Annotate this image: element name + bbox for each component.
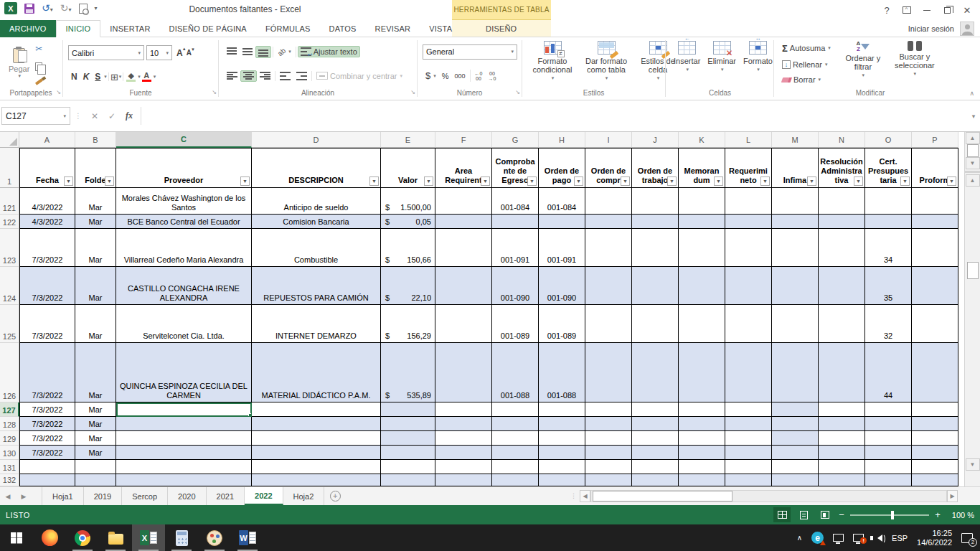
cell-A125[interactable]: 7/3/2022: [19, 305, 75, 343]
row-header-129[interactable]: 129: [0, 431, 19, 446]
borders-icon[interactable]: ⊞: [110, 72, 118, 82]
cell-G132[interactable]: [492, 474, 539, 486]
cell-D131[interactable]: [252, 460, 381, 474]
cell-A123[interactable]: 7/3/2022: [19, 229, 75, 267]
cell-O122[interactable]: [865, 215, 912, 229]
column-header-E[interactable]: E: [381, 132, 435, 148]
column-header-A[interactable]: A: [19, 132, 75, 148]
cell-L132[interactable]: [725, 474, 772, 486]
align-middle-button[interactable]: [240, 46, 255, 58]
cell-N124[interactable]: [819, 267, 865, 305]
header-cell-B[interactable]: Folde▼: [75, 148, 116, 188]
cell-I126[interactable]: [585, 343, 632, 402]
cell-M121[interactable]: [772, 188, 819, 215]
header-cell-M[interactable]: Infima▼: [772, 148, 819, 188]
cell-J124[interactable]: [632, 267, 679, 305]
cell-N125[interactable]: [819, 305, 865, 343]
cell-G122[interactable]: [492, 215, 539, 229]
cell-D128[interactable]: [252, 417, 381, 431]
header-cell-I[interactable]: Orden de compr▼: [585, 148, 632, 188]
restore-button[interactable]: [937, 1, 957, 19]
cell-F132[interactable]: [435, 474, 492, 486]
cell-G125[interactable]: 001-089: [492, 305, 539, 343]
cell-D123[interactable]: Combustible: [252, 229, 381, 267]
header-cell-O[interactable]: Cert. Presupues taria▼: [865, 148, 912, 188]
cell-L129[interactable]: [725, 431, 772, 446]
cell-L130[interactable]: [725, 446, 772, 460]
cell-I131[interactable]: [585, 460, 632, 474]
cell-A124[interactable]: 7/3/2022: [19, 267, 75, 305]
zoom-level[interactable]: 100 %: [946, 511, 974, 519]
cell-I127[interactable]: [585, 402, 632, 417]
cell-P130[interactable]: [912, 446, 958, 460]
sheet-nav-left-icon[interactable]: ◀: [0, 487, 16, 505]
sheet-nav-right-icon[interactable]: ▶: [16, 487, 32, 505]
font-color-button[interactable]: A: [141, 72, 153, 82]
percent-format-button[interactable]: %: [439, 70, 452, 82]
header-cell-J[interactable]: Orden de trabajo▼: [632, 148, 679, 188]
decrease-font-icon[interactable]: A▼: [187, 49, 195, 57]
cell-K128[interactable]: [679, 417, 725, 431]
cell-P129[interactable]: [912, 431, 958, 446]
filter-icon[interactable]: ▼: [900, 176, 910, 186]
row-header-127[interactable]: 127: [0, 402, 19, 417]
minimize-button[interactable]: [917, 1, 937, 19]
cell-F128[interactable]: [435, 417, 492, 431]
ribbon-tab-inicio[interactable]: INICIO: [56, 20, 101, 37]
cancel-icon[interactable]: ✕: [86, 111, 103, 121]
cell-C132[interactable]: [116, 474, 252, 486]
cell-O131[interactable]: [865, 460, 912, 474]
filter-icon[interactable]: ▼: [854, 176, 863, 186]
cell-K124[interactable]: [679, 267, 725, 305]
cell-N132[interactable]: [819, 474, 865, 486]
cell-A128[interactable]: 7/3/2022: [19, 417, 75, 431]
cell-G128[interactable]: [492, 417, 539, 431]
cell-M124[interactable]: [772, 267, 819, 305]
sheet-tab-2021[interactable]: 2021: [207, 487, 245, 505]
cell-C129[interactable]: [116, 431, 252, 446]
taskbar-app-word[interactable]: W: [231, 524, 264, 551]
cell-A129[interactable]: 7/3/2022: [19, 431, 75, 446]
cell-K129[interactable]: [679, 431, 725, 446]
scroll-down-icon[interactable]: ▼: [966, 458, 980, 471]
cell-I123[interactable]: [585, 229, 632, 267]
cell-N123[interactable]: [819, 229, 865, 267]
filter-icon[interactable]: ▼: [64, 176, 73, 186]
cell-B132[interactable]: [75, 474, 116, 486]
pane-split[interactable]: [965, 171, 980, 173]
cell-E126[interactable]: $535,89: [381, 343, 435, 402]
notification-icon[interactable]: 2: [961, 533, 973, 543]
column-header-I[interactable]: I: [585, 132, 632, 148]
taskbar-app-paint[interactable]: [198, 524, 231, 551]
column-header-B[interactable]: B: [75, 132, 116, 148]
align-left-button[interactable]: [224, 70, 240, 82]
cell-A132[interactable]: [19, 474, 75, 486]
cell-F121[interactable]: [435, 188, 492, 215]
sheet-tab-2019[interactable]: 2019: [84, 487, 122, 505]
cell-B122[interactable]: Mar: [75, 215, 116, 229]
filter-icon[interactable]: ▼: [574, 176, 583, 186]
cell-D121[interactable]: Anticipo de sueldo: [252, 188, 381, 215]
ribbon-tab-datos[interactable]: DATOS: [320, 20, 366, 37]
cell-E131[interactable]: [381, 460, 435, 474]
row-header-124[interactable]: 124: [0, 267, 19, 305]
row-header-130[interactable]: 130: [0, 446, 19, 460]
conditional-formatting-button[interactable]: ≠ Formato condicional▾: [527, 39, 578, 88]
header-cell-P[interactable]: Proform▼: [912, 148, 958, 188]
cell-D125[interactable]: INTERNET DEMARZO: [252, 305, 381, 343]
cell-O130[interactable]: [865, 446, 912, 460]
header-cell-H[interactable]: Orden de pago▼: [539, 148, 585, 188]
cell-F124[interactable]: [435, 267, 492, 305]
speaker-icon[interactable]: [877, 534, 882, 542]
cell-J126[interactable]: [632, 343, 679, 402]
cell-J125[interactable]: [632, 305, 679, 343]
header-cell-N[interactable]: Resolución Administra tiva▼: [819, 148, 865, 188]
cell-J121[interactable]: [632, 188, 679, 215]
fill-button[interactable]: ↓Rellenar▾: [779, 59, 830, 70]
filter-icon[interactable]: ▼: [760, 176, 770, 186]
cell-M129[interactable]: [772, 431, 819, 446]
row-header-1[interactable]: 1: [0, 148, 19, 188]
format-cells-button[interactable]: ↔ Formato▾: [740, 39, 776, 88]
cell-C124[interactable]: CASTILLO CONGACHA IRENE ALEXANDRA: [116, 267, 252, 305]
currency-format-button[interactable]: $▾: [423, 69, 439, 83]
